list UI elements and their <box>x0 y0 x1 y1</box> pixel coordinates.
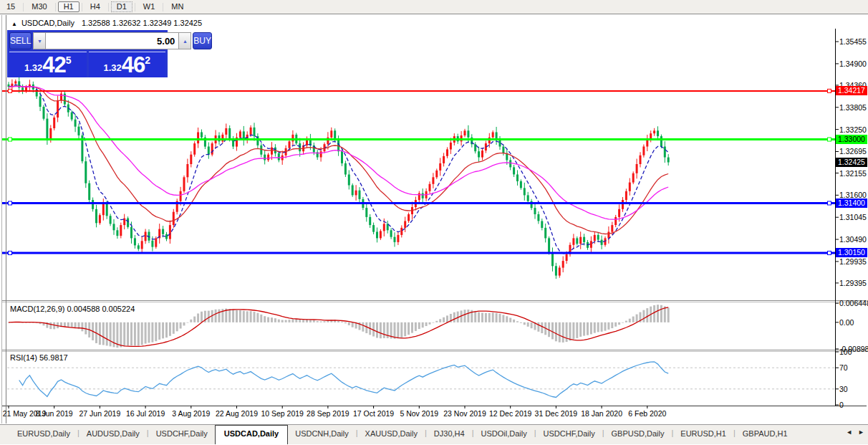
date-axis-label: 6 Feb 2020 <box>628 409 666 418</box>
date-axis-label: 5 Nov 2019 <box>400 409 438 418</box>
price-axis-tick: 1.32155 <box>839 169 867 178</box>
chart-title: ▲USDCAD,Daily1.32588 1.32632 1.32349 1.3… <box>11 19 202 27</box>
rsi-value: 56.9817 <box>39 353 68 362</box>
symbol-tab-usdoil-daily[interactable]: USDOil,Daily <box>473 425 534 444</box>
tab-scroll-arrows: ◄ ► <box>846 429 864 436</box>
symbol-tab-usdchf-daily[interactable]: USDCHF,Daily <box>149 425 215 444</box>
timeframe-button-w1[interactable]: W1 <box>138 1 161 12</box>
volume-increase-button[interactable]: ▲ <box>178 32 191 49</box>
buy-price-tile[interactable]: 1.32462 <box>89 52 166 77</box>
one-click-trading-panel: SELL ▼ ▲ BUY 1.32425 1.32462 <box>7 30 168 77</box>
symbol-tab-eurusd-h1[interactable]: EURUSD,H1 <box>673 425 733 444</box>
buy-price-sup: 2 <box>145 54 150 66</box>
timeframe-button-h1[interactable]: H1 <box>58 1 79 12</box>
symbol-tab-xauusd-daily[interactable]: XAUUSD,Daily <box>358 425 425 444</box>
macd-indicator-label: MACD(12,26,9) 0.004588 0.005224 <box>10 305 135 313</box>
date-axis-label: 18 Jan 2020 <box>581 409 622 418</box>
price-axis-tick: 1.31045 <box>839 213 867 221</box>
symbol-tab-gbpaud-h1[interactable]: GBPAUD,H1 <box>736 425 795 444</box>
toolbar-separator <box>108 3 109 11</box>
date-axis-label: 27 Jun 2019 <box>79 409 120 418</box>
sell-price-small: 1.32 <box>24 62 42 73</box>
date-axis-label: 31 Dec 2019 <box>535 409 578 418</box>
date-axis-label: 17 Oct 2019 <box>353 409 394 418</box>
date-axis-label: 10 Sep 2019 <box>261 409 304 418</box>
date-axis-label: 3 Aug 2019 <box>172 409 210 418</box>
price-line-badge: 1.30150 <box>836 248 867 257</box>
price-axis-tick: 1.34900 <box>839 59 867 68</box>
date-axis-label: 28 Sep 2019 <box>307 409 349 418</box>
symbol-tab-usdchf-daily[interactable]: USDCHF,Daily <box>536 425 602 444</box>
price-axis-tick: 1.33805 <box>839 103 867 112</box>
toolbar-separator <box>163 3 163 11</box>
timeframe-button-15[interactable]: 15 <box>1 1 21 12</box>
toolbar-separator <box>135 3 135 11</box>
timeframe-button-m30[interactable]: M30 <box>26 1 52 12</box>
date-axis-label: 8 Jun 2019 <box>36 409 73 418</box>
symbol-tab-usdcnh-daily[interactable]: USDCNH,Daily <box>288 425 356 444</box>
price-line-badge: 1.31400 <box>836 198 867 208</box>
ohlc-values: 1.32588 1.32632 1.32349 1.32425 <box>82 19 202 27</box>
chart-symbol-label: USDCAD,Daily <box>21 19 74 27</box>
symbol-tab-usdcad-daily[interactable]: USDCAD,Daily <box>215 425 288 444</box>
sell-price-big: 42 <box>42 54 65 76</box>
sell-price-sup: 5 <box>66 54 72 66</box>
symbol-tab-audusd-daily[interactable]: AUDUSD,Daily <box>79 425 147 444</box>
collapse-triangle-icon[interactable]: ▲ <box>11 21 17 27</box>
timeframe-button-d1[interactable]: D1 <box>111 1 132 12</box>
volume-spinner: ▼ ▲ <box>33 32 191 49</box>
price-line-badge: 1.32425 <box>836 158 867 167</box>
symbol-tab-bar: EURUSD,Daily|AUDUSD,Daily|USDCHF,DailyUS… <box>0 424 868 444</box>
date-axis-label: 23 Nov 2019 <box>443 409 486 418</box>
symbol-tab-dj30-h4[interactable]: DJ30,H4 <box>427 425 472 444</box>
rsi-axis-tick: 30 <box>839 385 848 393</box>
toolbar-separator <box>82 3 82 11</box>
price-line-badge: 1.33000 <box>836 135 867 144</box>
buy-price-small: 1.32 <box>103 62 121 73</box>
rsi-axis-tick: 70 <box>839 363 848 372</box>
sell-price-tile[interactable]: 1.32425 <box>9 52 87 77</box>
price-line-badge: 1.34217 <box>836 86 867 95</box>
symbol-tab-gbpusd-daily[interactable]: GBPUSD,Daily <box>604 425 672 444</box>
macd-axis-tick: 0.006448 <box>839 299 868 307</box>
macd-values: 0.004588 0.005224 <box>67 305 135 313</box>
price-axis-tick: 1.35455 <box>839 37 867 46</box>
rsi-axis-tick: 0 <box>839 401 844 409</box>
price-axis-tick: 1.29395 <box>839 279 867 287</box>
terminal-window: 15M30H1H4D1W1MN ▲USDCAD,Daily1.32588 1.3… <box>0 0 868 445</box>
tab-scroll-left-icon[interactable]: ◄ <box>846 429 852 436</box>
date-axis-label: 12 Dec 2019 <box>489 409 532 418</box>
volume-decrease-button[interactable]: ▼ <box>33 32 46 49</box>
toolbar-separator <box>55 3 56 11</box>
timeframe-button-h4[interactable]: H4 <box>85 1 106 12</box>
volume-input[interactable] <box>46 32 178 49</box>
price-axis-tick: 1.29935 <box>839 257 867 266</box>
rsi-axis-tick: 100 <box>839 348 852 356</box>
buy-price-big: 46 <box>122 54 145 76</box>
timeframe-button-mn[interactable]: MN <box>165 1 189 12</box>
macd-axis-tick: 0.00 <box>839 318 854 327</box>
price-axis-tick: 1.30490 <box>839 235 867 244</box>
buy-button[interactable]: BUY <box>193 32 212 49</box>
symbol-tab-eurusd-daily[interactable]: EURUSD,Daily <box>10 425 77 444</box>
sell-button[interactable]: SELL <box>9 32 32 49</box>
tab-scroll-right-icon[interactable]: ► <box>858 429 864 436</box>
date-axis-label: 22 Aug 2019 <box>216 409 258 418</box>
price-axis-tick: 1.33250 <box>839 125 867 134</box>
timeframe-toolbar: 15M30H1H4D1W1MN <box>0 0 868 14</box>
rsi-indicator-label: RSI(14) 56.9817 <box>10 353 68 362</box>
toolbar-separator <box>23 3 24 11</box>
price-axis-tick: 1.32695 <box>839 147 867 155</box>
date-axis-label: 16 Jul 2019 <box>126 409 165 418</box>
